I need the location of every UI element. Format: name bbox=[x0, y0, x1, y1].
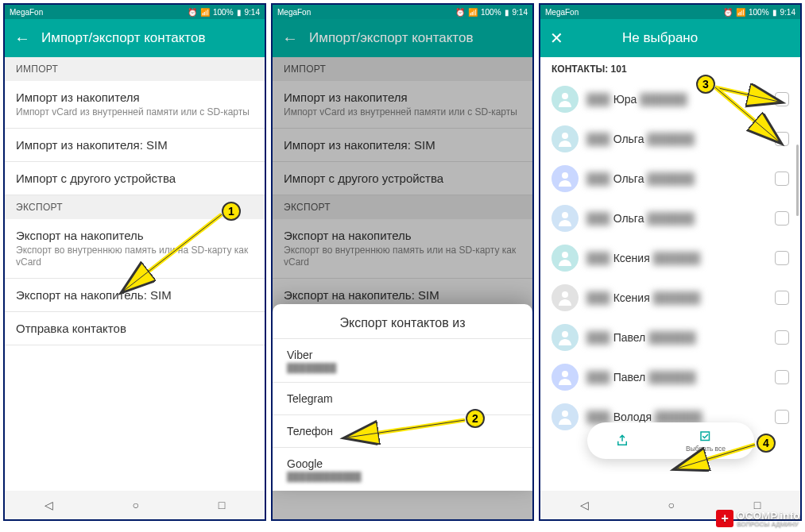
contact-name: ███ Володя ██████ bbox=[586, 411, 702, 423]
import-storage-item[interactable]: Импорт из накопителя Импорт vCard из вну… bbox=[5, 81, 265, 129]
carrier-label: MegaFon bbox=[10, 8, 43, 17]
avatar bbox=[552, 324, 579, 351]
close-icon[interactable]: ✕ bbox=[550, 29, 563, 48]
section-export: ЭКСПОРТ bbox=[273, 195, 532, 219]
share-button[interactable] bbox=[615, 434, 629, 448]
battery-label: 100% bbox=[213, 8, 234, 17]
scrollbar[interactable] bbox=[796, 145, 799, 216]
import-other-device-item: Импорт с другого устройства bbox=[273, 162, 532, 195]
export-source-sheet: Экспорт контактов из Viber ████████ Tele… bbox=[273, 304, 532, 491]
contact-name: ███ Павел ██████ bbox=[586, 331, 696, 344]
item-title: Отправка контактов bbox=[16, 322, 253, 335]
app-bar: ← Импорт/экспорт контактов bbox=[273, 19, 532, 57]
import-other-device-item[interactable]: Импорт с другого устройства bbox=[5, 162, 265, 195]
screen-title: Импорт/экспорт контактов bbox=[41, 30, 205, 46]
sheet-option-google[interactable]: Google ████████████ bbox=[273, 447, 532, 491]
person-icon bbox=[555, 288, 575, 307]
send-contacts-item[interactable]: Отправка контактов bbox=[5, 312, 265, 345]
app-bar: ✕ Не выбрано bbox=[540, 19, 800, 57]
alarm-icon: ⏰ bbox=[188, 8, 197, 17]
battery-icon: ▮ bbox=[505, 8, 509, 17]
avatar bbox=[552, 165, 579, 192]
person-icon bbox=[555, 368, 575, 387]
import-sim-item[interactable]: Импорт из накопителя: SIM bbox=[5, 129, 265, 162]
status-bar: MegaFon ⏰ 📶 100% ▮ 9:14 bbox=[5, 5, 265, 19]
annotation-badge-2: 2 bbox=[466, 409, 485, 428]
contact-checkbox[interactable] bbox=[775, 92, 789, 106]
bottom-toolbar: Выбрать все bbox=[587, 422, 754, 459]
svg-point-7 bbox=[562, 212, 568, 218]
sheet-option-phone[interactable]: Телефон bbox=[273, 414, 532, 447]
contact-name: ███ Ольга ██████ bbox=[586, 133, 695, 145]
contact-checkbox[interactable] bbox=[775, 172, 789, 186]
carrier-label: MegaFon bbox=[545, 8, 579, 17]
contact-name: ███ Ксения ██████ bbox=[586, 291, 700, 304]
status-bar: MegaFon ⏰ 📶 100% ▮ 9:14 bbox=[273, 5, 532, 19]
content-area: КОНТАКТЫ: 101 ███ Юра █████████ Ольга ██… bbox=[540, 57, 800, 491]
carrier-label: MegaFon bbox=[277, 8, 311, 17]
nav-back-icon[interactable]: ◁ bbox=[45, 499, 53, 511]
contact-row[interactable]: ███ Юра ██████ bbox=[540, 79, 800, 119]
contact-checkbox[interactable] bbox=[775, 330, 789, 345]
contact-name: ███ Павел ██████ bbox=[586, 371, 696, 384]
watermark: + OCOMP.info ВОПРОСЫ АДМИНУ bbox=[716, 510, 800, 527]
sheet-title: Экспорт контактов из bbox=[273, 304, 532, 338]
svg-rect-13 bbox=[701, 432, 710, 441]
contact-row[interactable]: ███ Ольга ██████ bbox=[540, 199, 800, 238]
contact-name: ███ Ольга ██████ bbox=[586, 172, 695, 185]
contact-row[interactable]: ███ Ксения ██████ bbox=[540, 238, 800, 278]
nav-bar: ◁ ○ □ bbox=[5, 491, 265, 519]
contact-name: ███ Ольга ██████ bbox=[586, 212, 695, 225]
sheet-option-viber[interactable]: Viber ████████ bbox=[273, 338, 532, 382]
battery-icon: ▮ bbox=[237, 8, 242, 17]
contact-row[interactable]: ███ Ксения ██████ bbox=[540, 278, 800, 318]
annotation-badge-4: 4 bbox=[757, 434, 776, 453]
annotation-badge-1: 1 bbox=[222, 202, 241, 221]
select-all-button[interactable]: Выбрать все bbox=[686, 430, 726, 453]
back-icon[interactable]: ← bbox=[282, 29, 298, 48]
contact-checkbox[interactable] bbox=[775, 132, 789, 146]
battery-label: 100% bbox=[749, 8, 769, 17]
avatar bbox=[552, 364, 579, 391]
nav-back-icon[interactable]: ◁ bbox=[580, 499, 589, 511]
watermark-brand: OCOMP.info bbox=[737, 511, 800, 521]
svg-point-9 bbox=[562, 291, 568, 298]
svg-point-12 bbox=[562, 411, 568, 417]
time-label: 9:14 bbox=[513, 8, 528, 17]
back-icon[interactable]: ← bbox=[14, 29, 30, 48]
contact-checkbox[interactable] bbox=[775, 291, 789, 305]
avatar bbox=[552, 86, 579, 113]
nav-recent-icon[interactable]: □ bbox=[219, 499, 225, 511]
contact-checkbox[interactable] bbox=[775, 370, 789, 384]
svg-point-5 bbox=[562, 133, 568, 139]
nav-home-icon[interactable]: ○ bbox=[133, 499, 139, 511]
phone-panel-3: MegaFon ⏰ 📶 100% ▮ 9:14 ✕ Не выбрано КОН… bbox=[539, 3, 802, 521]
avatar bbox=[552, 403, 579, 430]
contact-checkbox[interactable] bbox=[775, 410, 789, 424]
contact-name: ███ Юра ██████ bbox=[586, 93, 687, 106]
nav-home-icon[interactable]: ○ bbox=[668, 499, 675, 511]
svg-point-8 bbox=[562, 252, 568, 258]
contact-row[interactable]: ███ Ольга ██████ bbox=[540, 159, 800, 199]
phone-panel-1: MegaFon ⏰ 📶 100% ▮ 9:14 ← Импорт/экспорт… bbox=[3, 3, 266, 521]
item-subtitle: Экспорт во внутреннюю память или на SD-к… bbox=[16, 245, 253, 268]
export-storage-item[interactable]: Экспорт на накопитель Экспорт во внутрен… bbox=[5, 219, 265, 279]
person-icon bbox=[555, 407, 575, 426]
contact-list[interactable]: ███ Юра █████████ Ольга █████████ Ольга … bbox=[540, 79, 800, 437]
share-icon bbox=[615, 434, 629, 448]
contact-row[interactable]: ███ Павел ██████ bbox=[540, 357, 800, 397]
select-all-label: Выбрать все bbox=[686, 445, 726, 453]
contact-row[interactable]: ███ Ольга ██████ bbox=[540, 119, 800, 159]
contact-checkbox[interactable] bbox=[775, 211, 789, 226]
import-sim-item: Импорт из накопителя: SIM bbox=[273, 129, 532, 162]
svg-point-4 bbox=[562, 93, 568, 99]
sheet-option-telegram[interactable]: Telegram bbox=[273, 382, 532, 414]
export-sim-item[interactable]: Экспорт на накопитель: SIM bbox=[5, 279, 265, 312]
phone-panel-2: MegaFon ⏰ 📶 100% ▮ 9:14 ← Импорт/экспорт… bbox=[271, 3, 534, 521]
contact-checkbox[interactable] bbox=[775, 251, 789, 265]
person-icon bbox=[555, 90, 575, 109]
contact-row[interactable]: ███ Павел ██████ bbox=[540, 318, 800, 357]
app-bar: ← Импорт/экспорт контактов bbox=[5, 19, 265, 57]
select-all-icon bbox=[699, 430, 713, 444]
section-import: ИМПОРТ bbox=[273, 57, 532, 81]
